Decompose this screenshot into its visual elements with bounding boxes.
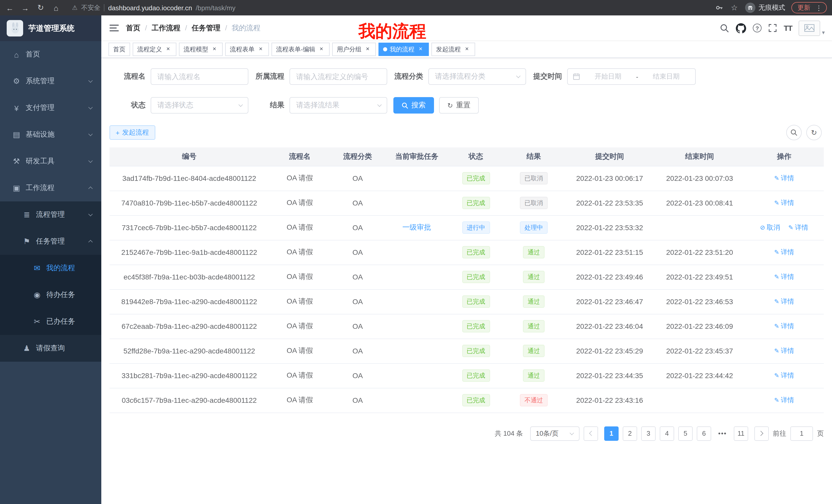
search-button[interactable]: 搜索 <box>393 97 434 114</box>
page-button[interactable]: 2 <box>623 426 637 441</box>
view-tab[interactable]: 流程表单-编辑 × <box>271 43 330 56</box>
page-button[interactable]: 11 <box>734 426 748 441</box>
sidebar-item[interactable]: ◉ 待办任务 <box>0 282 101 308</box>
menu-label: 已办任务 <box>46 317 75 326</box>
help-icon[interactable]: ? <box>753 24 761 32</box>
detail-link[interactable]: ✎详情 <box>774 322 794 330</box>
fullscreen-icon[interactable] <box>768 24 777 32</box>
forward-icon[interactable]: → <box>21 3 30 12</box>
view-tab[interactable]: 流程表单 × <box>225 43 269 56</box>
refresh-table-button[interactable]: ↻ <box>806 125 822 140</box>
detail-link[interactable]: ✎详情 <box>774 248 794 256</box>
table-row: 3ad174fb-7b9d-11ec-8404-acde48001122 OA … <box>109 166 824 191</box>
reset-button[interactable]: ↻ 重置 <box>439 97 479 114</box>
search-icon[interactable] <box>720 23 729 33</box>
view-tab[interactable]: 我的流程 × <box>379 43 429 56</box>
sidebar-item[interactable]: ♟ 请假查询 <box>0 335 101 362</box>
cell-actions: ✎详情 <box>745 191 824 215</box>
reload-icon[interactable]: ↻ <box>36 3 45 12</box>
toggle-search-button[interactable] <box>786 125 802 140</box>
tab-close-icon[interactable]: × <box>417 46 424 53</box>
view-tab[interactable]: 发起流程 × <box>432 43 475 56</box>
breadcrumb-item[interactable]: 工作流程 <box>152 23 192 33</box>
menu-icon: ◉ <box>31 290 43 300</box>
cancel-link[interactable]: ⊘取消 <box>760 223 780 231</box>
detail-link[interactable]: ✎详情 <box>774 174 794 182</box>
menu-label: 研发工具 <box>26 157 54 166</box>
github-icon[interactable] <box>736 23 746 33</box>
sidebar-item[interactable]: ¥ 支付管理 <box>0 94 101 121</box>
breadcrumb-item[interactable]: 首页 <box>126 23 152 33</box>
breadcrumb-item[interactable]: 我的流程 <box>232 23 260 33</box>
edit-icon: ✎ <box>774 199 779 206</box>
detail-link[interactable]: ✎详情 <box>774 199 794 206</box>
sidebar-item[interactable]: ▤ 基础设施 <box>0 121 101 148</box>
bookmark-star-icon[interactable]: ☆ <box>730 3 739 12</box>
view-tab[interactable]: 流程模型 × <box>179 43 223 56</box>
browser-menu-icon[interactable]: ⋮ <box>814 4 824 11</box>
detail-link[interactable]: ✎详情 <box>774 396 794 404</box>
page-size-select[interactable]: 10条/页 <box>530 426 579 441</box>
sidebar-toggle-icon[interactable] <box>109 24 119 32</box>
page-button[interactable]: 3 <box>641 426 656 441</box>
cell-submit-time: 2022-01-22 23:46:04 <box>565 314 655 339</box>
cell-current-task <box>385 191 449 215</box>
page-numbers: 1 2 3 4 5 6 ••• <box>602 426 750 441</box>
submit-time-range-picker[interactable]: 开始日期 - 结束日期 <box>567 68 696 85</box>
page-goto-input[interactable] <box>790 426 813 441</box>
sidebar-item[interactable]: ⚙ 系统管理 <box>0 68 101 94</box>
tab-close-icon[interactable]: × <box>164 46 172 53</box>
status-select[interactable]: 请选择状态 <box>151 97 249 114</box>
sidebar-item[interactable]: ✉ 我的流程 <box>0 255 101 282</box>
page-button[interactable]: 4 <box>660 426 674 441</box>
tab-close-icon[interactable]: × <box>364 46 371 53</box>
navbar-actions: ? TT ▾ <box>720 20 825 36</box>
page-button[interactable]: 1 <box>604 426 619 441</box>
address-bar[interactable]: ⚠ 不安全 dashboard.yudao.iocoder.cn/bpm/tas… <box>67 2 709 14</box>
detail-link[interactable]: ✎详情 <box>774 371 794 379</box>
status-tag: 已完成 <box>462 271 490 283</box>
sidebar-item[interactable]: ⚒ 研发工具 <box>0 148 101 175</box>
create-process-button[interactable]: + 发起流程 <box>109 125 155 140</box>
detail-link[interactable]: ✎详情 <box>774 347 794 355</box>
page-button[interactable]: 6 <box>697 426 711 441</box>
result-select[interactable]: 请选择流结果 <box>289 97 387 114</box>
process-name-input[interactable] <box>151 68 249 85</box>
cell-result: 不通过 <box>503 388 565 413</box>
tab-close-icon[interactable]: × <box>463 46 470 53</box>
category-placeholder: 请选择流程分类 <box>435 72 486 81</box>
tab-close-icon[interactable]: × <box>318 46 325 53</box>
task-link[interactable]: 一级审批 <box>402 223 431 231</box>
detail-link[interactable]: ✎详情 <box>774 273 794 281</box>
sidebar-item[interactable]: ▣ 工作流程 <box>0 175 101 201</box>
incognito-label: 无痕模式 <box>758 3 785 12</box>
app-logo[interactable]: 芋道管理系统 <box>0 16 101 41</box>
goto-label: 前往 <box>773 429 786 438</box>
tab-close-icon[interactable]: × <box>257 46 264 53</box>
user-avatar[interactable]: ▾ <box>799 20 825 36</box>
sidebar-item[interactable]: ✂ 已办任务 <box>0 308 101 335</box>
password-key-icon[interactable] <box>715 4 724 12</box>
next-page-button[interactable] <box>754 426 769 441</box>
view-tab[interactable]: 用户分组 × <box>332 43 376 56</box>
browser-update-chip[interactable]: 更新 ⋮ <box>791 2 827 13</box>
view-tab[interactable]: 流程定义 × <box>133 43 176 56</box>
view-tab[interactable]: 首页 <box>108 43 130 56</box>
prev-page-button[interactable] <box>583 426 598 441</box>
home-icon[interactable]: ⌂ <box>51 3 61 12</box>
tab-close-icon[interactable]: × <box>211 46 218 53</box>
detail-link[interactable]: ✎详情 <box>788 223 808 231</box>
page-button[interactable]: 5 <box>678 426 693 441</box>
back-icon[interactable]: ← <box>5 3 15 12</box>
sidebar-item[interactable]: ≣ 流程管理 <box>0 201 101 228</box>
detail-link[interactable]: ✎详情 <box>774 298 794 305</box>
category-select[interactable]: 请选择流程分类 <box>428 68 526 85</box>
process-def-input[interactable] <box>289 68 387 85</box>
breadcrumb-item[interactable]: 任务管理 <box>192 23 232 33</box>
page-button[interactable]: ••• <box>715 426 730 441</box>
sidebar-item[interactable]: ⌂ 首页 <box>0 41 101 68</box>
sidebar-item[interactable]: ⚑ 任务管理 <box>0 228 101 255</box>
tab-label: 流程表单-编辑 <box>276 45 315 54</box>
cell-submit-time: 2022-01-22 23:44:35 <box>565 363 655 388</box>
font-size-icon[interactable]: TT <box>784 24 792 32</box>
